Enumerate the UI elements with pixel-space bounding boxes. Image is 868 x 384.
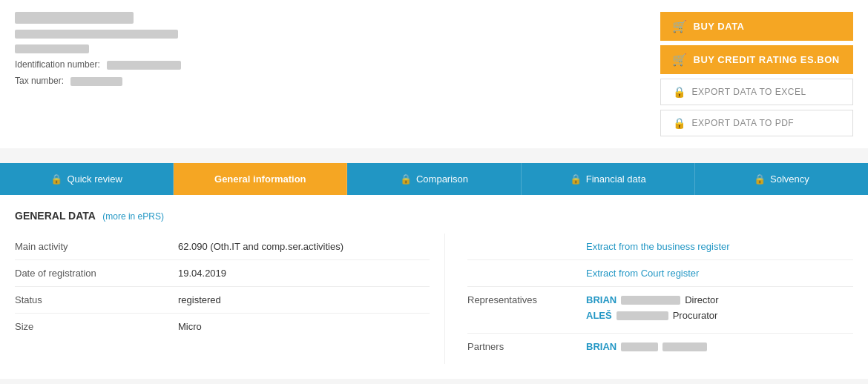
main-activity-value: 62.090 (Oth.IT and comp.ser.activities) [178,241,430,252]
business-register-link[interactable]: Extract from the business register [586,241,853,252]
main-activity-label: Main activity [15,241,178,252]
partner-0-blur2 [662,342,707,351]
tab-comparison[interactable]: 🔒 Comparison [347,163,521,195]
tax-label: Tax number: [15,76,64,86]
partners-values: BRIAN [586,341,853,357]
buy-data-label: BUY DATA [694,21,745,32]
main-activity-row: Main activity 62.090 (Oth.IT and comp.se… [15,234,430,260]
tab-quick-review[interactable]: 🔒 Quick review [0,163,174,195]
id-number-blur [107,61,181,70]
lock-icon-tab-financial: 🔒 [570,173,582,185]
action-buttons: 🛒 BUY DATA 🛒 BUY CREDIT RATING eS.BON 🔒 … [660,12,853,136]
main-content: GENERAL DATA (more in ePRS) Main activit… [0,195,868,379]
lock-icon-excel: 🔒 [673,86,686,98]
date-registration-label: Date of registration [15,268,178,279]
tab-quick-review-label: Quick review [67,173,122,185]
tax-number-blur [70,77,122,86]
date-registration-row: Date of registration 19.04.2019 [15,260,430,287]
section-title: GENERAL DATA (more in ePRS) [15,210,853,222]
tab-comparison-label: Comparison [416,173,468,185]
tab-financial-data-label: Financial data [586,173,646,185]
export-pdf-button[interactable]: 🔒 EXPORT DATA TO PDF [660,110,853,136]
rep-line-1: ALEŠ Procurator [586,310,853,321]
company-subline1-blur [15,30,178,39]
lock-icon-pdf: 🔒 [673,117,686,129]
lock-icon-tab-comparison: 🔒 [400,173,412,185]
id-label: Identification number: [15,59,100,70]
lock-icon-tab-solvency: 🔒 [754,173,766,185]
tabs-bar: 🔒 Quick review General information 🔒 Com… [0,163,868,195]
date-registration-value: 19.04.2019 [178,268,430,279]
rep-1-role: Procurator [673,310,718,321]
eprs-link[interactable]: (more in ePRS) [102,211,164,222]
size-value: Micro [178,321,430,332]
partner-line-0: BRIAN [586,341,853,352]
tab-solvency[interactable]: 🔒 Solvency [695,163,868,195]
size-label: Size [15,321,178,332]
export-excel-label: EXPORT DATA TO EXCEL [692,87,806,97]
status-value: registered [178,294,430,305]
rep-0-surname-blur [621,296,680,305]
general-data-title: GENERAL DATA [15,210,95,222]
lock-icon-tab-quick: 🔒 [50,173,62,185]
company-subline2-blur [15,44,89,53]
export-pdf-label: EXPORT DATA TO PDF [692,118,795,128]
tab-solvency-label: Solvency [770,173,809,185]
buy-data-button[interactable]: 🛒 BUY DATA [660,12,853,41]
court-register-anchor[interactable]: Extract from Court register [586,268,699,279]
size-row: Size Micro [15,314,430,340]
representatives-label: Representatives [467,294,586,305]
court-register-link[interactable]: Extract from Court register [586,268,853,279]
representatives-row: Representatives BRIAN Director ALEŠ Proc… [467,287,853,334]
right-column: Extract from the business register Extra… [445,234,853,364]
data-grid: Main activity 62.090 (Oth.IT and comp.se… [15,234,853,364]
identification-number-row: Identification number: [15,59,181,70]
rep-0-firstname[interactable]: BRIAN [586,294,617,305]
buy-credit-label: BUY CREDIT RATING eS.BON [694,54,840,65]
representatives-values: BRIAN Director ALEŠ Procurator [586,294,853,325]
tax-number-row: Tax number: [15,76,181,86]
status-label: Status [15,294,178,305]
company-name-blur [15,12,134,24]
partners-row: Partners BRIAN [467,334,853,364]
business-register-row: Extract from the business register [467,234,853,260]
rep-1-firstname[interactable]: ALEŠ [586,310,612,321]
cart-icon-2: 🛒 [672,53,688,67]
company-info: Identification number: Tax number: [15,12,181,86]
left-column: Main activity 62.090 (Oth.IT and comp.se… [15,234,445,364]
tab-financial-data[interactable]: 🔒 Financial data [522,163,695,195]
court-register-row: Extract from Court register [467,260,853,287]
tab-general-information[interactable]: General information [174,163,347,195]
business-register-anchor[interactable]: Extract from the business register [586,241,730,252]
rep-line-0: BRIAN Director [586,294,853,305]
export-excel-button[interactable]: 🔒 EXPORT DATA TO EXCEL [660,79,853,105]
partners-label: Partners [467,341,586,352]
buy-credit-button[interactable]: 🛒 BUY CREDIT RATING eS.BON [660,45,853,74]
rep-1-surname-blur [617,311,668,320]
tab-general-information-label: General information [214,173,306,185]
cart-icon-1: 🛒 [672,19,688,33]
rep-0-role: Director [685,294,719,305]
status-row: Status registered [15,287,430,314]
partner-0-blur1 [621,342,658,351]
partner-0-firstname[interactable]: BRIAN [586,341,617,352]
